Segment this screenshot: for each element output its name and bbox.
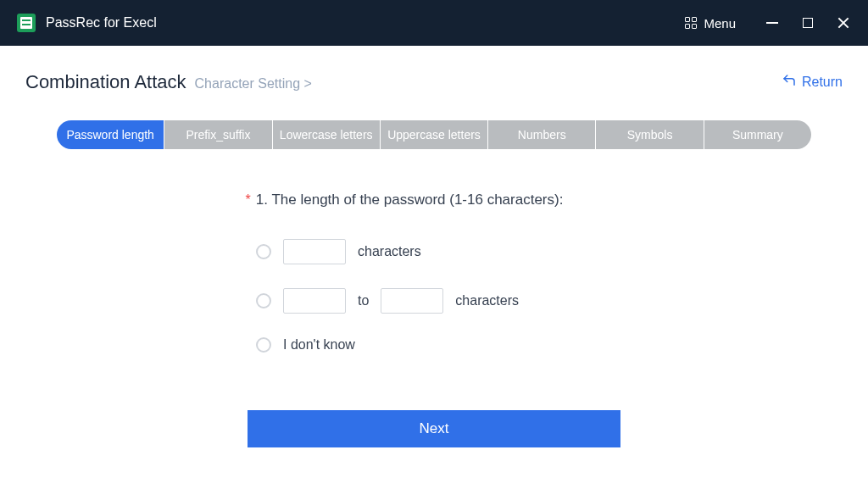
question-text: 1. The length of the password (1-16 char…	[256, 192, 564, 208]
question-row: * 1. The length of the password (1-16 ch…	[246, 192, 564, 208]
radio-range-length[interactable]	[256, 293, 271, 308]
window-controls	[765, 15, 851, 31]
option-dont-know-label: I don't know	[283, 337, 355, 353]
tab-uppercase-letters[interactable]: Uppercase letters	[381, 120, 487, 149]
option-exact-suffix: characters	[358, 244, 421, 259]
radio-dont-know[interactable]	[256, 337, 271, 353]
tab-lowercase-letters[interactable]: Lowercase letters	[273, 120, 380, 149]
option-dont-know: I don't know	[256, 337, 355, 353]
option-range-middle: to	[358, 293, 369, 308]
page-title: Combination Attack	[25, 71, 186, 93]
tab-password-length[interactable]: Password length	[57, 120, 164, 149]
app-title: PassRec for Execl	[46, 15, 157, 31]
breadcrumb-sub[interactable]: Character Setting >	[195, 76, 312, 92]
maximize-icon	[803, 18, 813, 28]
input-exact-length[interactable]	[283, 239, 346, 264]
close-button[interactable]	[836, 15, 851, 31]
option-exact-length: characters	[256, 239, 421, 264]
menu-button[interactable]: Menu	[676, 11, 744, 36]
option-range-length: to characters	[256, 288, 519, 314]
input-range-min[interactable]	[283, 288, 346, 314]
tab-numbers[interactable]: Numbers	[488, 120, 595, 149]
minimize-icon	[766, 22, 778, 24]
option-range-suffix: characters	[455, 293, 519, 308]
return-icon	[782, 73, 797, 92]
tabs-bar: Password length Prefix_suffix Lowercase …	[57, 120, 811, 149]
page-header: Combination Attack Character Setting > R…	[25, 71, 843, 93]
tab-symbols[interactable]: Symbols	[596, 120, 703, 149]
app-logo-icon	[17, 14, 36, 32]
form-area: * 1. The length of the password (1-16 ch…	[222, 192, 646, 376]
radio-exact-length[interactable]	[256, 244, 271, 259]
maximize-button[interactable]	[800, 15, 815, 31]
content-area: Combination Attack Character Setting > R…	[0, 46, 868, 500]
tab-summary[interactable]: Summary	[704, 120, 811, 149]
titlebar: PassRec for Execl Menu	[0, 0, 868, 46]
return-button[interactable]: Return	[782, 73, 843, 92]
next-button[interactable]: Next	[248, 410, 620, 447]
required-star: *	[246, 192, 251, 208]
grid-icon	[685, 17, 697, 29]
menu-label: Menu	[704, 16, 736, 31]
close-icon	[837, 16, 850, 30]
minimize-button[interactable]	[765, 15, 780, 31]
app-window: PassRec for Execl Menu Combination Attac…	[0, 0, 868, 500]
tab-prefix-suffix[interactable]: Prefix_suffix	[164, 120, 271, 149]
input-range-max[interactable]	[381, 288, 443, 314]
return-label: Return	[802, 75, 843, 90]
breadcrumb: Combination Attack Character Setting >	[25, 71, 312, 93]
